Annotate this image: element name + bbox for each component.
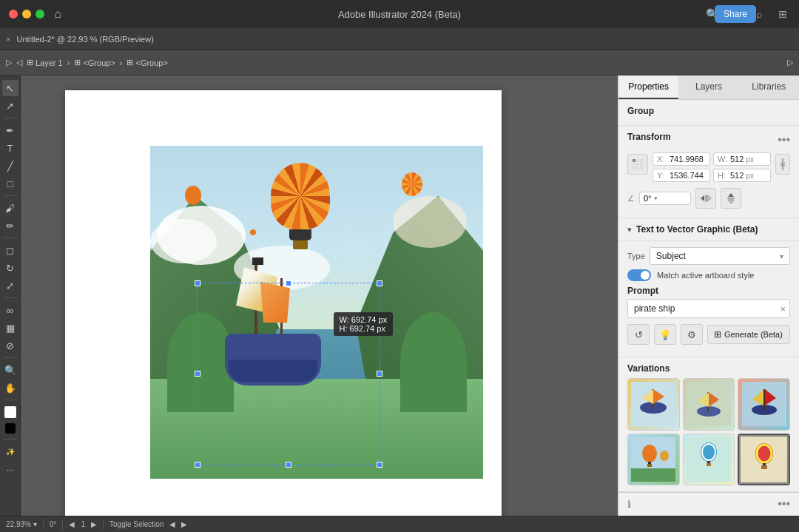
suggestions-button[interactable]: 💡 <box>654 324 676 345</box>
search-global-icon[interactable]: ⌕ <box>752 7 766 21</box>
line-tool[interactable]: ╱ <box>2 158 18 174</box>
navigator-left[interactable]: ◀ <box>69 520 75 528</box>
panel-bottom: ℹ ••• <box>618 492 799 515</box>
svg-rect-31 <box>631 468 675 482</box>
action-label: Toggle Selection <box>109 520 163 528</box>
panel-toggle[interactable]: ▷ <box>787 58 793 67</box>
eraser-tool[interactable]: ◻ <box>2 242 18 258</box>
action-nav-left[interactable]: ◀ <box>169 520 175 528</box>
paintbrush-tool[interactable]: 🖌 <box>2 200 18 216</box>
prompt-clear-button[interactable]: × <box>780 303 786 314</box>
generative-ai-tool[interactable]: ✨ <box>2 443 18 459</box>
svg-point-27 <box>642 445 657 462</box>
rotate-tool[interactable]: ↻ <box>2 260 18 276</box>
home-icon[interactable]: ⌂ <box>50 7 65 21</box>
gradient-tool[interactable]: ▦ <box>2 320 18 336</box>
grid-icon[interactable]: ⊞ <box>775 7 790 21</box>
minimize-button[interactable] <box>22 10 31 18</box>
stroke-color[interactable] <box>5 423 16 434</box>
more-tools[interactable]: ··· <box>2 461 18 477</box>
variation-item-5[interactable] <box>683 434 735 486</box>
canvas-area[interactable]: W: 692.74 px H: 692.74 px <box>21 75 618 516</box>
blend-tool[interactable]: ∞ <box>2 302 18 318</box>
tab-layers[interactable]: Layers <box>678 75 738 99</box>
eyedropper-tool[interactable]: ⊘ <box>2 337 18 354</box>
variation-item-4[interactable] <box>627 434 680 486</box>
svg-rect-7 <box>636 166 639 169</box>
action-nav-right[interactable]: ▶ <box>181 520 187 528</box>
group-header: Group <box>627 106 790 116</box>
generate-label: Generate (Beta) <box>724 330 783 339</box>
close-button[interactable] <box>9 10 18 18</box>
shape-tool[interactable]: □ <box>2 175 18 192</box>
angle-field[interactable]: 0° ▾ <box>639 192 691 205</box>
pencil-tool[interactable]: ✏ <box>2 218 18 234</box>
generate-button[interactable]: ⊞ Generate (Beta) <box>707 325 790 344</box>
tab-properties[interactable]: Properties <box>618 75 678 99</box>
group1-label[interactable]: <Group> <box>83 58 115 67</box>
settings-button[interactable]: ⚙ <box>681 324 703 345</box>
type-select-value: Subject <box>656 251 686 261</box>
navigator-back[interactable]: ◁ <box>16 58 22 67</box>
variation-item-3[interactable] <box>738 378 790 431</box>
right-panel: Properties Layers Libraries Group Transf… <box>618 75 799 516</box>
toggle-knob <box>641 271 650 280</box>
breadcrumb-sep2: › <box>120 58 123 67</box>
x-field[interactable]: X: 741.9968 <box>653 152 710 166</box>
transform-section: Transform ••• X: 741.9968 <box>618 126 799 218</box>
history-button[interactable]: ↺ <box>627 324 650 345</box>
layer-label[interactable]: Layer 1 <box>36 58 63 67</box>
variation-item-2[interactable] <box>683 378 735 431</box>
type-tool[interactable]: T <box>2 140 18 156</box>
ship-hull <box>229 360 317 382</box>
pen-tool[interactable]: ✒ <box>2 122 18 138</box>
t2v-section-header[interactable]: ▾ Text to Vector Graphic (Beta) <box>618 218 799 241</box>
y-field[interactable]: Y: 1536.744 <box>653 169 710 182</box>
angle-dropdown-chevron[interactable]: ▾ <box>654 195 658 202</box>
flip-horizontal-button[interactable] <box>695 188 716 209</box>
constrain-proportions-button[interactable] <box>775 154 790 175</box>
group2-label[interactable]: <Group> <box>135 58 167 67</box>
variation-image-3 <box>738 379 789 430</box>
variations-label: Variations <box>627 363 790 374</box>
w-field[interactable]: W: 512 px <box>713 152 771 166</box>
breadcrumb-sep1: › <box>67 58 70 67</box>
flip-vertical-button[interactable] <box>721 188 741 209</box>
info-icon[interactable]: ℹ <box>627 499 631 510</box>
h-value: 512 <box>730 171 744 180</box>
zoom-tool[interactable]: 🔍 <box>2 362 18 378</box>
traffic-lights <box>9 10 44 18</box>
zoom-level[interactable]: 22.93% ▾ <box>6 520 37 528</box>
titlebar-right: 🔍 Share ⌕ ⊞ <box>704 7 790 21</box>
tab-title[interactable]: Untitled-2* @ 22.93 % (RGB/Preview) <box>16 35 153 44</box>
panel-scroll[interactable]: Group Transform ••• <box>618 100 799 516</box>
type-dropdown[interactable]: Subject ▾ <box>650 247 790 265</box>
select-tool[interactable]: ↖ <box>2 80 18 96</box>
navigator-right[interactable]: ▶ <box>91 520 97 528</box>
y-value: 1536.744 <box>670 171 704 180</box>
match-artboard-toggle[interactable] <box>627 269 651 281</box>
fill-color[interactable] <box>4 405 17 419</box>
t2v-content-section: Type Subject ▾ Match active artboard sty… <box>618 241 799 357</box>
hand-tool[interactable]: ✋ <box>2 380 18 396</box>
scale-tool[interactable]: ⤢ <box>2 277 18 294</box>
svg-rect-2 <box>640 159 643 162</box>
transform-angle-row: ∠ 0° ▾ <box>627 188 790 209</box>
maximize-button[interactable] <box>36 10 44 18</box>
angle-indicator[interactable]: 0° <box>50 520 57 528</box>
share-button-inner[interactable]: Share <box>715 5 756 23</box>
variation-item-1[interactable] <box>627 378 680 431</box>
x-value: 741.9968 <box>670 155 704 164</box>
direct-select-tool[interactable]: ↗ <box>2 98 18 114</box>
h-field[interactable]: H: 512 px <box>713 169 771 182</box>
prompt-input[interactable]: pirate ship <box>627 299 790 318</box>
panel-more-button[interactable]: ••• <box>778 497 790 511</box>
transform-more-button[interactable]: ••• <box>778 133 790 147</box>
tab-libraries[interactable]: Libraries <box>739 75 799 99</box>
tab-close-button[interactable]: × <box>6 35 10 44</box>
svg-rect-41 <box>761 465 767 469</box>
transform-reference-point[interactable] <box>627 154 648 175</box>
variation-item-6[interactable] <box>738 434 790 486</box>
share-button[interactable]: Share <box>728 7 743 21</box>
tool-separator-4 <box>4 297 17 298</box>
